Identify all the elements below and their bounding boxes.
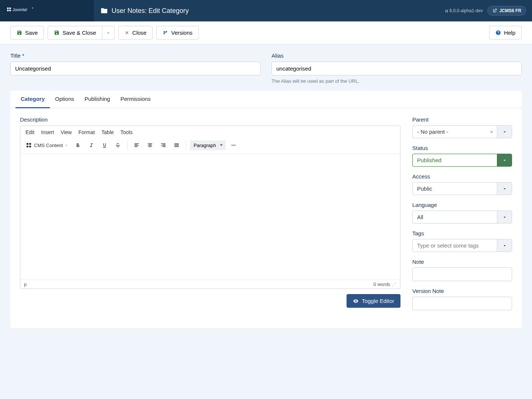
- svg-point-9: [447, 11, 448, 12]
- tab-permissions[interactable]: Permissions: [115, 91, 156, 108]
- help-button[interactable]: Help: [489, 26, 522, 40]
- external-link-icon: [492, 8, 497, 13]
- more-button[interactable]: [228, 140, 239, 151]
- align-left-button[interactable]: [131, 140, 142, 151]
- chevron-down-icon[interactable]: [497, 211, 512, 223]
- save-icon: [17, 30, 22, 35]
- svg-text:®: ®: [32, 7, 34, 9]
- save-close-button[interactable]: Save & Close: [48, 26, 102, 40]
- svg-point-13: [29, 146, 31, 147]
- brand-logo[interactable]: Joomla! ®: [0, 0, 94, 21]
- toggle-editor-button[interactable]: Toggle Editor: [347, 294, 400, 308]
- svg-point-8: [445, 11, 446, 12]
- svg-point-16: [235, 145, 236, 146]
- note-label: Note: [412, 259, 512, 265]
- site-badge[interactable]: JCMS6 FR: [487, 6, 526, 16]
- chevron-down-icon[interactable]: [497, 126, 512, 138]
- align-left-icon: [134, 142, 140, 148]
- menu-view[interactable]: View: [61, 129, 72, 135]
- save-close-caret[interactable]: [102, 26, 115, 40]
- tags-select[interactable]: Type or select some tags: [412, 239, 512, 252]
- editor-wordcount: 0 words: [374, 282, 391, 287]
- more-icon: [231, 142, 236, 148]
- align-right-button[interactable]: [158, 140, 169, 151]
- tab-publishing[interactable]: Publishing: [79, 91, 115, 108]
- sidebar-column: Parent - No parent -✕ Status Published A…: [412, 116, 512, 317]
- joomla-icon: [25, 142, 32, 149]
- eye-icon: [353, 298, 359, 304]
- svg-point-11: [29, 143, 31, 145]
- svg-point-6: [445, 10, 446, 11]
- title-input[interactable]: [10, 62, 260, 75]
- close-button[interactable]: Close: [118, 26, 153, 40]
- italic-button[interactable]: [86, 140, 97, 151]
- chevron-down-icon: [65, 144, 68, 147]
- alias-label: Alias: [272, 52, 522, 59]
- main-toolbar: Save Save & Close Close Versions Help: [0, 21, 532, 44]
- save-button[interactable]: Save: [10, 26, 44, 40]
- strikethrough-icon: [115, 142, 121, 148]
- alias-input[interactable]: [272, 62, 522, 75]
- chevron-down-icon[interactable]: [497, 154, 512, 166]
- version-note-label: Version Note: [412, 288, 512, 294]
- editor-menubar: Edit Insert View Format Table Tools: [20, 126, 400, 138]
- app-header: Joomla! ® User Notes: Edit Category 6.0.…: [0, 0, 532, 21]
- menu-table[interactable]: Table: [102, 129, 114, 135]
- help-icon: [495, 30, 501, 35]
- parent-label: Parent: [412, 116, 512, 123]
- save-icon: [54, 30, 59, 35]
- align-center-button[interactable]: [144, 140, 156, 151]
- svg-point-12: [27, 146, 28, 147]
- editor-path: p: [24, 282, 27, 287]
- access-select[interactable]: Public: [412, 182, 512, 195]
- svg-point-14: [232, 145, 233, 146]
- chevron-down-icon[interactable]: [497, 183, 512, 195]
- editor-content-area[interactable]: [20, 154, 400, 280]
- paragraph-select[interactable]: Paragraph: [190, 140, 226, 150]
- close-icon: [125, 30, 129, 35]
- align-right-icon: [160, 142, 166, 148]
- align-justify-icon: [174, 142, 180, 148]
- chevron-down-icon: [106, 31, 110, 35]
- chevron-down-icon[interactable]: [497, 239, 512, 252]
- alias-hint: The Alias will be used as part of the UR…: [272, 78, 522, 84]
- align-center-icon: [147, 142, 153, 148]
- cms-content-button[interactable]: CMS Content: [23, 140, 70, 150]
- strike-button[interactable]: [112, 140, 123, 151]
- align-justify-button[interactable]: [171, 140, 182, 151]
- version-text: 6.0.0-alpha1-dev: [445, 8, 483, 13]
- language-select[interactable]: All: [412, 211, 512, 224]
- tab-options[interactable]: Options: [50, 91, 79, 108]
- svg-point-1: [9, 7, 11, 9]
- note-input[interactable]: [412, 267, 512, 281]
- italic-icon: [88, 142, 94, 148]
- menu-format[interactable]: Format: [78, 129, 95, 135]
- menu-edit[interactable]: Edit: [25, 129, 34, 135]
- editor-statusbar: p 0 words ⋰: [20, 280, 400, 289]
- status-select[interactable]: Published: [412, 154, 512, 167]
- joomla-mini-icon: [445, 9, 449, 13]
- tab-category[interactable]: Category: [16, 91, 50, 108]
- save-close-group: Save & Close: [48, 26, 115, 40]
- menu-insert[interactable]: Insert: [41, 129, 54, 135]
- parent-select[interactable]: - No parent -✕: [412, 125, 512, 138]
- access-label: Access: [412, 173, 512, 180]
- clear-icon[interactable]: ✕: [490, 129, 493, 134]
- underline-button[interactable]: [99, 140, 110, 151]
- tabs: Category Options Publishing Permissions: [10, 91, 522, 108]
- editor-resize-handle[interactable]: ⋰: [392, 282, 396, 287]
- svg-text:Joomla!: Joomla!: [13, 7, 27, 12]
- svg-point-15: [233, 145, 234, 146]
- form-top-row: Title * Alias The Alias will be used as …: [0, 44, 532, 91]
- header-right: 6.0.0-alpha1-dev JCMS6 FR: [445, 6, 532, 16]
- branch-icon: [163, 30, 168, 35]
- svg-point-2: [7, 10, 9, 11]
- menu-tools[interactable]: Tools: [120, 129, 133, 135]
- versions-button[interactable]: Versions: [156, 26, 199, 40]
- page-title-area: User Notes: Edit Category: [94, 7, 445, 15]
- version-note-input[interactable]: [412, 297, 512, 310]
- paragraph-select-wrap: Paragraph: [190, 140, 226, 150]
- underline-icon: [102, 142, 108, 148]
- folder-icon: [100, 7, 108, 14]
- bold-button[interactable]: [72, 140, 83, 151]
